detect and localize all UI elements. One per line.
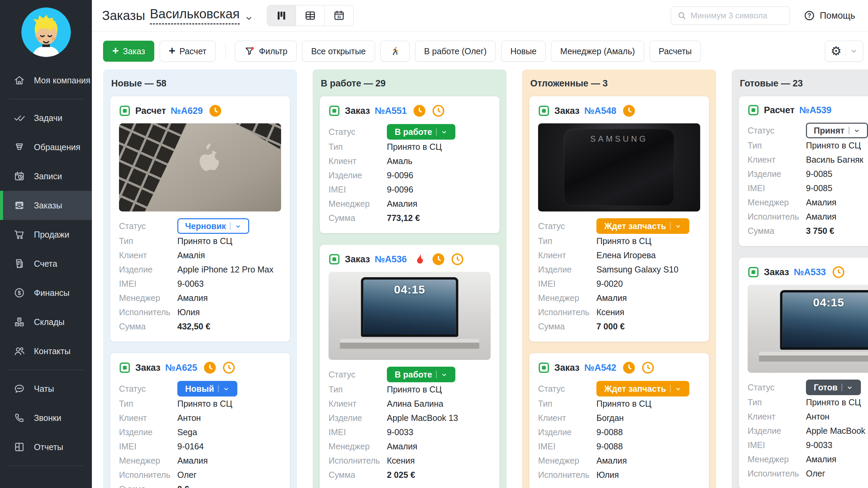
sidebar-item-contacts[interactable]: Контакты (0, 337, 92, 366)
divider (670, 385, 671, 392)
card-header: Заказ№A548 (538, 104, 700, 117)
card-field-row: Изделие9-0085 (748, 167, 868, 181)
sidebar-item-invoices[interactable]: Счета (0, 249, 92, 278)
divider (849, 127, 849, 134)
column-title: Отложенные — 3 (522, 69, 716, 96)
order-checkbox-icon[interactable] (329, 253, 340, 265)
status-pill[interactable]: Принят (806, 123, 868, 138)
card-field-row: Сумма432,50 € (119, 319, 281, 333)
status-pill[interactable]: Черновик (177, 218, 249, 234)
status-pill[interactable]: Ждет запчасть (596, 218, 689, 234)
field-label: IMEI (748, 440, 806, 450)
laptop-keyboard (340, 339, 479, 352)
kanban-column-2: В работе — 29Заказ№A551СтатусВ работеТип… (313, 69, 507, 488)
status-pill[interactable]: В работе (387, 367, 455, 382)
field-value: Принято в СЦ (387, 142, 442, 152)
sidebar-item-orders[interactable]: Заказы (0, 191, 92, 220)
field-value: 432,50 € (177, 322, 210, 331)
order-checkbox-icon[interactable] (538, 105, 550, 117)
sidebar-item-appointments[interactable]: Записи (0, 162, 92, 191)
field-value: Елена Игорева (596, 250, 656, 260)
column-cards: Расчет№A629СтатусЧерновикТипПринято в СЦ… (103, 96, 297, 488)
status-pill[interactable]: Готов (806, 380, 861, 395)
order-card-a625[interactable]: Заказ№A625СтатусНовыйТипПринято в СЦКлие… (110, 353, 290, 488)
invoices-icon (14, 258, 25, 269)
order-card-a551[interactable]: Заказ№A551СтатусВ работеТипПринято в СЦК… (320, 96, 499, 233)
field-value: Амалия (806, 198, 836, 207)
status-label: Ждет запчасть (604, 222, 666, 230)
order-checkbox-icon[interactable] (748, 104, 759, 116)
sidebar-item-chats[interactable]: Чаты (0, 374, 92, 403)
status-pill[interactable]: Новый (177, 381, 237, 396)
card-field-row: СтатусГотов (748, 380, 868, 395)
field-label: IMEI (329, 185, 387, 195)
settings-button[interactable]: ⚙ (825, 41, 863, 62)
field-label: Статус (538, 221, 596, 231)
card-number-link[interactable]: №A533 (794, 267, 826, 278)
card-number-link[interactable]: №A625 (165, 363, 197, 373)
order-checkbox-icon[interactable] (329, 105, 340, 117)
view-table-button[interactable] (296, 5, 325, 26)
search-input[interactable] (691, 11, 784, 20)
apple-logo-icon (189, 141, 224, 177)
user-avatar[interactable] (21, 7, 71, 57)
card-field-row: ТипПринято в СЦ (538, 234, 700, 248)
card-number-link[interactable]: №A629 (171, 106, 203, 116)
order-checkbox-icon[interactable] (119, 362, 131, 373)
sidebar-item-sales[interactable]: Продажи (0, 220, 92, 249)
filter-new-button[interactable]: Новые (501, 41, 546, 62)
field-value: Амалия (806, 454, 836, 464)
order-card-a533[interactable]: Заказ№A53304:15СтатусГотовТипПринято в С… (739, 258, 868, 488)
card-number-link[interactable]: №A536 (375, 254, 407, 265)
order-card-a539[interactable]: Расчет№A539СтатусПринятТипПринято в СЦКл… (739, 96, 868, 246)
order-card-a629[interactable]: Расчет№A629СтатусЧерновикТипПринято в СЦ… (110, 96, 290, 342)
card-field-row: ИсполнительКсения (538, 305, 700, 319)
order-checkbox-icon[interactable] (119, 105, 131, 117)
card-number-link[interactable]: №A539 (800, 105, 832, 116)
sidebar-item-warehouse[interactable]: Склады (0, 307, 92, 337)
chevron-down-icon (846, 384, 853, 391)
sidebar-item-label: Счета (34, 259, 57, 269)
card-number-link[interactable]: №A542 (584, 363, 616, 373)
order-checkbox-icon[interactable] (538, 362, 550, 373)
card-number-link[interactable]: №A548 (584, 106, 616, 116)
order-checkbox-icon[interactable] (748, 266, 759, 278)
clock-filled-icon (209, 104, 222, 117)
view-calendar-button[interactable]: 31 (324, 5, 354, 26)
add-estimate-button[interactable]: +Расчет (160, 41, 216, 62)
sidebar-item-label: Моя компания (34, 76, 91, 85)
filter-button[interactable]: Фильтр (235, 41, 297, 62)
sidebar-item-reports[interactable]: Отчеты (0, 432, 92, 462)
field-value: 0 € (177, 484, 189, 488)
card-field-row: Сумма0 € (119, 482, 281, 488)
order-card-a548[interactable]: Заказ№A548SAMSUNGСтатусЖдет запчастьТипП… (529, 96, 709, 342)
view-kanban-button[interactable] (267, 5, 296, 26)
add-order-button[interactable]: +Заказ (103, 41, 154, 62)
order-card-a542[interactable]: Заказ№A542СтатусЖдет запчастьТипПринято … (529, 353, 709, 488)
sidebar-item-finance[interactable]: $Финансы (0, 278, 92, 307)
card-number-link[interactable]: №A551 (375, 106, 407, 116)
filter-runner-button[interactable] (380, 41, 410, 62)
filter-estimates-button[interactable]: Расчеты (650, 41, 701, 62)
card-fields: СтатусПринятТипПринято в СЦКлиентВасиль … (748, 123, 868, 238)
filter-manager-amal-button[interactable]: Менеджер (Амаль) (551, 41, 644, 62)
card-field-row: ИсполнительКсения (329, 453, 491, 468)
sidebar-item-tasks[interactable]: Задачи (0, 103, 92, 133)
field-label: Клиент (119, 250, 177, 260)
sidebar-item-inbox[interactable]: Обращения (0, 133, 92, 162)
clock-filled-icon (623, 361, 635, 374)
status-pill[interactable]: Ждет запчасть (596, 381, 689, 396)
filter-all-open-button[interactable]: Все открытые (302, 41, 375, 62)
sidebar-item-calls[interactable]: Звонки (0, 403, 92, 432)
order-card-a536[interactable]: Заказ№A53604:15СтатусВ работеТипПринято … (320, 245, 499, 488)
chevron-down-icon (441, 371, 448, 378)
field-label: Изделие (329, 170, 387, 180)
sidebar-item-home[interactable]: Моя компания (0, 66, 92, 95)
field-label: Клиент (538, 413, 596, 423)
help-button[interactable]: ? Помощь (804, 10, 855, 21)
page-title-dropdown[interactable]: Заказы Васильковская (102, 7, 253, 24)
svg-text:$: $ (18, 290, 21, 296)
status-pill[interactable]: В работе (387, 124, 455, 140)
field-value: Амалия (177, 456, 208, 466)
filter-in-work-oleg-button[interactable]: В работе (Олег) (415, 41, 496, 62)
